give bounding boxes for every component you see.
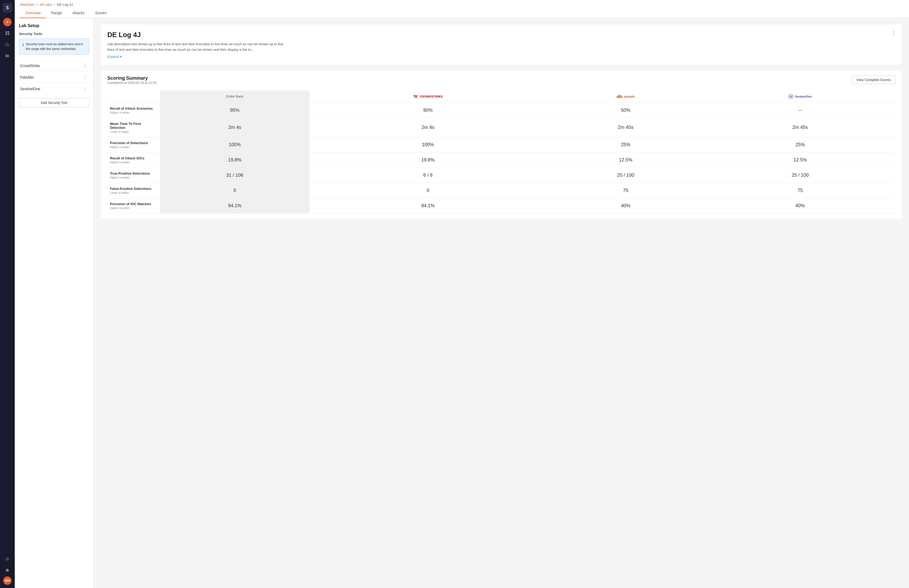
info-icon: ℹ — [23, 42, 24, 51]
top-nav: StackSim > All Labs > DE Log 4J Overview… — [15, 0, 909, 18]
tool-name-sentinelone: SentinelOne — [20, 87, 40, 91]
score-sentinelone: -- — [799, 108, 802, 113]
info-message: Security tools must be added here and in… — [26, 42, 86, 51]
score-crowdstrike: 94.1% — [421, 203, 435, 208]
lab-menu-button[interactable]: ⋮ — [891, 30, 896, 36]
tab-overview[interactable]: Overview — [20, 8, 46, 18]
table-row: Recall of Attack Scenarios Higher is bet… — [107, 103, 895, 118]
scoring-header: Scoring Summary Completed on 2024-02-15 … — [107, 76, 895, 89]
svg-rect-3 — [8, 33, 9, 35]
left-panel: Lab Setup Security Tools ℹ Security tool… — [15, 18, 94, 588]
lab-title: DE Log 4J — [107, 31, 895, 39]
score-paloalto: 40% — [621, 203, 630, 208]
score-crowdstrike: 19.8% — [421, 157, 435, 163]
metric-name: Recall of Attack Scenarios — [110, 107, 157, 110]
svg-rect-11 — [619, 95, 620, 98]
col-header-sentinelone: SentinelOne — [705, 90, 895, 103]
tool-menu-sentinelone[interactable]: ⋮ — [82, 86, 88, 92]
tool-name-crowdstrike: CrowdStrike — [20, 64, 40, 68]
metric-hint: Higher is better — [110, 207, 157, 210]
score-sentinelone: 2m 45s — [793, 124, 808, 130]
svg-rect-12 — [620, 95, 621, 98]
breadcrumb-stacksim[interactable]: StackSim — [20, 3, 34, 6]
content-wrapper: Lab Setup Security Tools ℹ Security tool… — [15, 18, 909, 588]
app-logo[interactable]: S — [3, 3, 12, 13]
score-paloalto: 2m 45s — [618, 124, 633, 130]
score-entire-stack: 100% — [229, 142, 241, 147]
svg-rect-0 — [5, 31, 7, 33]
metric-name: False-Positive Detections — [110, 187, 157, 191]
breadcrumb-current: DE Log 4J — [57, 3, 73, 6]
svg-point-4 — [6, 43, 8, 45]
expand-link[interactable]: Expand ▾ — [107, 55, 895, 59]
score-paloalto: 50% — [621, 108, 630, 113]
tool-menu-paloalto[interactable]: ⋮ — [82, 74, 88, 80]
view-complete-scores-button[interactable]: View Complete Scores — [852, 76, 895, 84]
metric-hint: Higher is better — [110, 145, 157, 149]
table-row: False-Positive Detections Lower is bette… — [107, 183, 895, 198]
search-icon[interactable] — [3, 40, 12, 49]
tab-scores[interactable]: Scores — [90, 8, 112, 18]
metric-hint: Higher is better — [110, 176, 157, 179]
metric-name: Precision of Detections — [110, 141, 157, 145]
svg-point-14 — [790, 96, 792, 97]
svg-rect-2 — [5, 33, 7, 35]
score-paloalto: 25% — [621, 142, 630, 147]
bell-icon[interactable] — [3, 566, 12, 575]
security-tools-label: Security Tools — [19, 32, 89, 36]
col-header-crowdstrike: CROWDSTRIKE — [310, 90, 546, 103]
table-row: True-Positive Detections Higher is bette… — [107, 168, 895, 183]
table-row: Precision of Detections Higher is better… — [107, 137, 895, 152]
score-sentinelone: 75 — [798, 188, 803, 193]
score-entire-stack: 0 — [233, 188, 236, 193]
tab-range[interactable]: Range — [46, 8, 67, 18]
score-sentinelone: 40% — [795, 203, 805, 208]
col-header-entire-stack: Entire Stack — [160, 90, 310, 103]
svg-rect-1 — [8, 31, 9, 33]
score-paloalto: 25 / 100 — [617, 173, 634, 178]
score-crowdstrike: 2m 4s — [421, 124, 434, 130]
breadcrumb-sep1: > — [36, 3, 38, 6]
score-crowdstrike: 0 — [426, 188, 429, 193]
score-paloalto: 75 — [623, 188, 628, 193]
score-entire-stack: 95% — [230, 108, 239, 113]
score-entire-stack: 94.1% — [228, 203, 241, 208]
score-entire-stack: 31 / 106 — [226, 173, 243, 178]
sidebar-add-button[interactable]: + — [3, 18, 11, 26]
book-icon[interactable] — [3, 52, 12, 61]
add-security-tool-button[interactable]: Add Security Tool — [19, 98, 89, 107]
tab-attacks[interactable]: Attacks — [67, 8, 90, 18]
score-sentinelone: 25 / 100 — [792, 173, 809, 178]
avatar[interactable]: WH — [3, 577, 11, 585]
lab-setup-title: Lab Setup — [19, 23, 89, 28]
score-sentinelone: 25% — [795, 142, 805, 147]
metric-hint: Lower is better — [110, 191, 157, 194]
grid-icon[interactable] — [3, 28, 12, 38]
breadcrumb-all-labs[interactable]: All Labs — [40, 3, 52, 6]
svg-line-5 — [8, 45, 9, 46]
metric-hint: Higher is better — [110, 111, 157, 114]
col-header-paloalto: paloalto — [546, 90, 705, 103]
scoring-section: Scoring Summary Completed on 2024-02-15 … — [101, 70, 902, 219]
list-icon[interactable] — [3, 554, 12, 564]
col-header-metric — [107, 90, 160, 103]
tool-menu-crowdstrike[interactable]: ⋮ — [82, 63, 88, 69]
scoring-title: Scoring Summary — [107, 76, 157, 81]
score-crowdstrike: 90% — [423, 108, 433, 113]
scores-table: Entire Stack CROWDSTRIKE — [107, 90, 895, 213]
score-sentinelone: 12.5% — [794, 157, 807, 163]
right-panel: DE Log 4J Lab description text shows up … — [94, 18, 909, 588]
metric-name: Precision of IOC Matches — [110, 202, 157, 206]
metric-name: Mean Time To First Detection — [110, 122, 157, 130]
tool-item-crowdstrike: CrowdStrike ⋮ — [19, 60, 89, 71]
tool-item-paloalto: PaloAlto ⋮ — [19, 71, 89, 83]
metric-hint: Higher is better — [110, 161, 157, 164]
svg-rect-6 — [6, 558, 9, 558]
tool-item-sentinelone: SentinelOne ⋮ — [19, 83, 89, 94]
tabs: Overview Range Attacks Scores — [20, 8, 904, 18]
table-row: Recall of Attack IOCs Higher is better 1… — [107, 152, 895, 168]
svg-rect-7 — [6, 559, 9, 559]
metric-hint: Lower is better — [110, 130, 157, 133]
main-wrapper: StackSim > All Labs > DE Log 4J Overview… — [15, 0, 909, 588]
scoring-subtitle: Completed on 2024-02-15 at 11:53. — [107, 81, 157, 85]
